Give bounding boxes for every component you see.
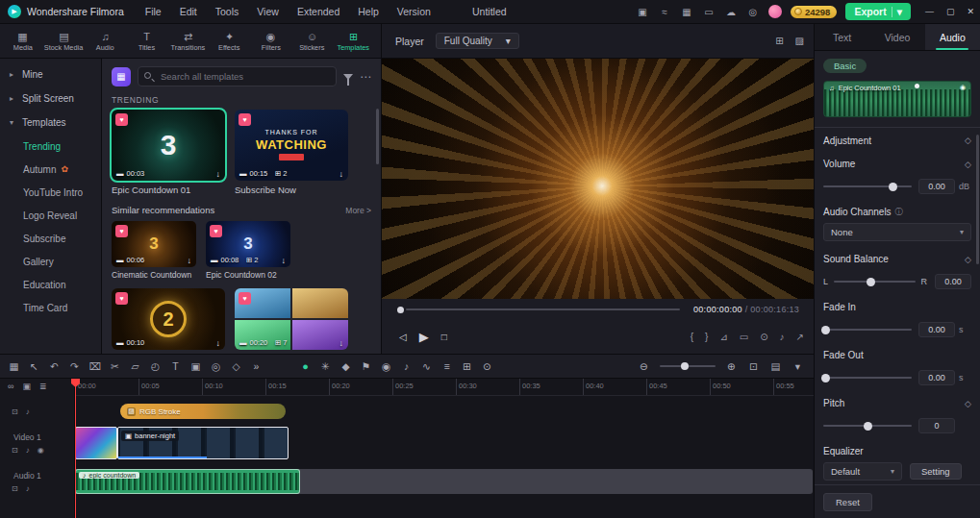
motion-track-icon[interactable]: ◎ — [206, 357, 226, 376]
tab-templates[interactable]: ⊞Templates — [333, 31, 374, 52]
tab-audio-properties[interactable]: Audio — [925, 24, 980, 50]
template-card-epic-countdown-02[interactable]: 3 ♥ ▬00:08 ⊞2 ↓ Epic Countdown 02 — [206, 221, 290, 280]
download-icon[interactable]: ↓ — [282, 256, 287, 265]
coins-badge[interactable]: 24298 — [791, 6, 837, 18]
menu-extended[interactable]: Extended — [297, 6, 339, 17]
menu-version[interactable]: Version — [397, 6, 431, 17]
zoom-out-icon[interactable]: ⊖ — [634, 357, 654, 376]
text-tool-icon[interactable]: T — [165, 357, 186, 376]
mute-icon[interactable]: ♪ — [26, 407, 30, 416]
keyframe-diamond-icon[interactable]: ◇ — [965, 160, 971, 169]
volume-value[interactable]: 0.00 — [918, 179, 955, 194]
video-clip-banner-night[interactable]: ▣ banner-night — [117, 427, 289, 459]
track-manage-icon[interactable]: ▤ — [766, 357, 786, 376]
chroma-key-icon[interactable]: ● — [295, 357, 315, 376]
speed-icon[interactable]: ◴ — [145, 357, 165, 376]
scope-icon[interactable]: ⊿ — [719, 332, 727, 342]
fullscreen-icon[interactable]: ↗ — [796, 332, 804, 342]
template-card-photo-collage[interactable]: ♥ ▬00:20 ⊞7 ↓ — [235, 288, 348, 350]
media-browser-icon[interactable]: ▦ — [4, 357, 24, 376]
pip-icon[interactable]: ▣ — [186, 357, 206, 376]
fade-in-value[interactable]: 0.00 — [918, 322, 955, 337]
cloud-icon[interactable]: ☁ — [724, 7, 738, 17]
audio-sync-icon[interactable]: ∿ — [416, 357, 437, 376]
range-select-icon[interactable]: ▣ — [22, 382, 31, 391]
template-badge-icon[interactable]: ▦ — [112, 67, 131, 86]
fade-out-value[interactable]: 0.00 — [918, 370, 955, 385]
balance-value[interactable]: 0.00 — [935, 274, 971, 289]
sidebar-item-subscribe[interactable]: Subscribe — [0, 227, 101, 250]
tab-media[interactable]: ▦Media — [2, 31, 43, 52]
tab-stock-media[interactable]: ▤Stock Media — [43, 31, 85, 52]
favorite-icon[interactable]: ♥ — [239, 113, 251, 126]
tab-filters[interactable]: ◉Filters — [250, 31, 291, 52]
slider-handle[interactable] — [867, 278, 875, 286]
tab-stickers[interactable]: ☺Stickers — [291, 31, 333, 52]
promo-icon[interactable]: ≈ — [658, 7, 671, 17]
zoom-in-icon[interactable]: ⊕ — [721, 357, 741, 376]
favorite-icon[interactable]: ♥ — [115, 113, 128, 126]
collapse-icon[interactable]: ▾ — [788, 357, 808, 376]
slider-handle[interactable] — [821, 326, 830, 334]
keyframe-dot[interactable] — [915, 84, 919, 88]
speaker-icon[interactable]: ♪ — [780, 332, 785, 342]
bell-icon[interactable]: ◎ — [746, 7, 760, 17]
tab-video[interactable]: Video — [869, 24, 924, 50]
sidebar-item-time-card[interactable]: Time Card — [0, 296, 101, 319]
progress-track[interactable] — [406, 308, 680, 310]
pitch-value[interactable]: 0 — [918, 418, 955, 433]
reset-button[interactable]: Reset — [823, 493, 872, 511]
slider-handle[interactable] — [864, 422, 872, 431]
download-icon[interactable]: ↓ — [216, 169, 221, 179]
tab-text[interactable]: Text — [815, 24, 869, 50]
tab-audio[interactable]: ♫Audio — [85, 31, 126, 52]
eye-icon[interactable]: ◉ — [38, 446, 44, 455]
menu-view[interactable]: View — [257, 6, 279, 17]
filter-icon[interactable] — [343, 74, 353, 80]
effect-clip-rgb-stroke[interactable]: ▨ RGB Stroke — [120, 404, 286, 419]
delete-icon[interactable]: ⌧ — [85, 357, 105, 376]
tab-effects[interactable]: ✦Effects — [209, 31, 250, 52]
menu-file[interactable]: File — [145, 6, 162, 17]
download-icon[interactable]: ↓ — [339, 338, 344, 348]
keyframe-icon[interactable]: ◆ — [336, 357, 356, 376]
sidebar-group-templates[interactable]: ▾Templates — [0, 111, 101, 135]
properties-scrollbar[interactable] — [976, 135, 979, 264]
mark-out-icon[interactable]: } — [705, 332, 708, 342]
user-avatar[interactable] — [768, 5, 782, 18]
sidebar-item-youtube-intro[interactable]: YouTube Intro — [0, 181, 101, 204]
selected-audio-clip[interactable]: ♫ Epic Countdown 01 ◉ — [823, 81, 971, 117]
track-list-icon[interactable]: ≣ — [39, 382, 47, 391]
tab-titles[interactable]: TTitles — [126, 31, 167, 52]
record-icon[interactable]: ◉ — [376, 357, 396, 376]
lock-icon[interactable]: ⊡ — [12, 446, 18, 455]
basic-subtab[interactable]: Basic — [823, 59, 867, 73]
snap-icon[interactable]: ⊞ — [457, 357, 477, 376]
display-icon[interactable]: ▭ — [702, 7, 716, 17]
template-card-countdown-2[interactable]: 2 ♥ ▬00:10 ↓ — [112, 288, 225, 350]
zoom-slider[interactable] — [660, 365, 716, 367]
mute-icon[interactable]: ♪ — [26, 446, 30, 455]
link-icon[interactable]: ∞ — [8, 382, 13, 391]
template-card-cinematic-countdown[interactable]: 3 ♥ ▬00:06 ↓ Cinematic Countdown — [112, 221, 196, 280]
templates-scrollbar[interactable] — [376, 109, 379, 164]
more-link[interactable]: More > — [345, 206, 371, 215]
close-button[interactable]: ✕ — [967, 7, 974, 16]
export-caret-icon[interactable]: ▾ — [897, 6, 902, 17]
audio-clip-epic-countdown[interactable]: ♪ epic countdown — [75, 469, 300, 494]
sidebar-item-autumn[interactable]: Autumn✿ — [0, 158, 101, 181]
sidebar-item-education[interactable]: Education — [0, 273, 101, 296]
equalizer-dropdown[interactable]: Default ▾ — [823, 462, 902, 481]
template-card-epic-countdown-01[interactable]: 3 ♥ ▬00:03 ↓ Epic Countdown 01 — [112, 110, 225, 195]
lock-icon[interactable]: ⊡ — [12, 484, 18, 493]
sidebar-item-gallery[interactable]: Gallery — [0, 250, 101, 273]
export-button[interactable]: Export ▾ — [845, 3, 911, 20]
keyframe-diamond-icon[interactable]: ◇ — [965, 255, 971, 264]
favorite-icon[interactable]: ♥ — [115, 225, 128, 237]
minimize-button[interactable]: — — [925, 7, 934, 16]
pitch-slider[interactable] — [823, 425, 912, 427]
undo-icon[interactable]: ↶ — [44, 357, 64, 376]
template-thumbnail[interactable]: 3 ♥ ▬00:03 ↓ — [112, 110, 225, 181]
split-icon[interactable]: ✂ — [105, 357, 125, 376]
zoom-fit-icon[interactable]: ⊡ — [743, 357, 764, 376]
